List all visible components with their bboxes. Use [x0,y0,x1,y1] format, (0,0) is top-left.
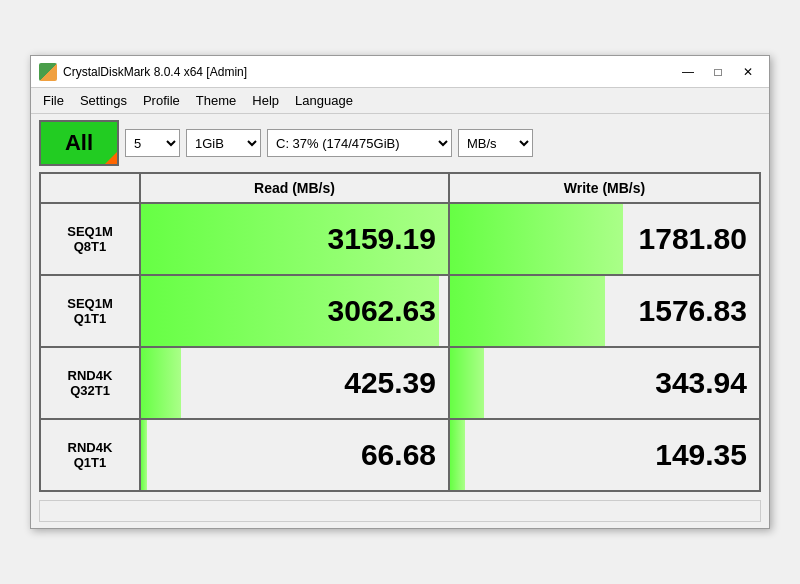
size-select[interactable]: 1GiB 512MiB 256MiB 4GiB [186,129,261,157]
table-header: Read (MB/s) Write (MB/s) [41,174,759,202]
main-content: Read (MB/s) Write (MB/s) SEQ1M Q8T1 3159… [31,172,769,500]
row-label-rnd4k-q1t1: RND4K Q1T1 [41,420,141,490]
write-cell-seq1m-q8t1: 1781.80 [450,204,759,274]
write-header: Write (MB/s) [450,174,759,202]
write-cell-rnd4k-q1t1: 149.35 [450,420,759,490]
menu-language[interactable]: Language [287,90,361,111]
menu-bar: File Settings Profile Theme Help Languag… [31,88,769,114]
row-label-rnd4k-q32t1: RND4K Q32T1 [41,348,141,418]
menu-theme[interactable]: Theme [188,90,244,111]
title-bar-left: CrystalDiskMark 8.0.4 x64 [Admin] [39,63,247,81]
read-header: Read (MB/s) [141,174,450,202]
status-bar [39,500,761,522]
table-row: RND4K Q1T1 66.68 149.35 [41,418,759,490]
write-cell-seq1m-q1t1: 1576.83 [450,276,759,346]
benchmark-table: Read (MB/s) Write (MB/s) SEQ1M Q8T1 3159… [39,172,761,492]
count-select[interactable]: 5 1 3 9 [125,129,180,157]
row-label-seq1m-q1t1: SEQ1M Q1T1 [41,276,141,346]
all-button[interactable]: All [39,120,119,166]
close-button[interactable]: ✕ [735,63,761,81]
read-cell-rnd4k-q1t1: 66.68 [141,420,450,490]
menu-file[interactable]: File [35,90,72,111]
unit-select[interactable]: MB/s GB/s IOPS μs [458,129,533,157]
read-cell-rnd4k-q32t1: 425.39 [141,348,450,418]
maximize-button[interactable]: □ [705,63,731,81]
main-window: CrystalDiskMark 8.0.4 x64 [Admin] — □ ✕ … [30,55,770,529]
row-label-seq1m-q8t1: SEQ1M Q8T1 [41,204,141,274]
read-cell-seq1m-q8t1: 3159.19 [141,204,450,274]
table-row: SEQ1M Q8T1 3159.19 1781.80 [41,202,759,274]
read-cell-seq1m-q1t1: 3062.63 [141,276,450,346]
window-controls: — □ ✕ [675,63,761,81]
toolbar: All 5 1 3 9 1GiB 512MiB 256MiB 4GiB C: 3… [31,114,769,172]
window-title: CrystalDiskMark 8.0.4 x64 [Admin] [63,65,247,79]
menu-help[interactable]: Help [244,90,287,111]
minimize-button[interactable]: — [675,63,701,81]
title-bar: CrystalDiskMark 8.0.4 x64 [Admin] — □ ✕ [31,56,769,88]
app-icon [39,63,57,81]
drive-select[interactable]: C: 37% (174/475GiB) [267,129,452,157]
table-row: SEQ1M Q1T1 3062.63 1576.83 [41,274,759,346]
menu-profile[interactable]: Profile [135,90,188,111]
table-row: RND4K Q32T1 425.39 343.94 [41,346,759,418]
write-cell-rnd4k-q32t1: 343.94 [450,348,759,418]
menu-settings[interactable]: Settings [72,90,135,111]
